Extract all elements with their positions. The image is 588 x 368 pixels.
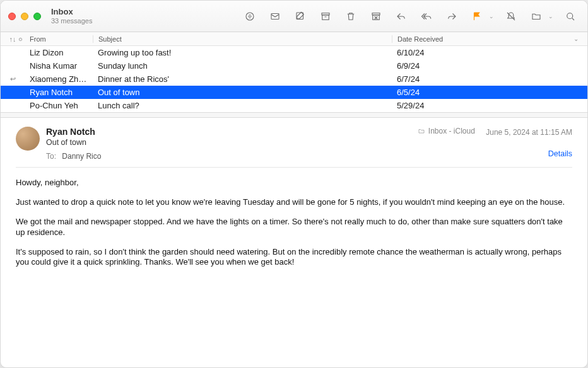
message-detail-pane: Ryan Notch Out of town To: Danny Rico In… xyxy=(1,118,587,367)
body-paragraph: Howdy, neighbor, xyxy=(16,178,572,188)
chevron-down-icon: ⌄ xyxy=(573,35,581,42)
filter-icon xyxy=(244,11,256,22)
message-row[interactable]: Po-Chun YehLunch call?5/29/24 xyxy=(1,99,587,112)
message-row[interactable]: Liz DizonGrowing up too fast!6/10/24 xyxy=(1,46,587,59)
to-label: To: xyxy=(46,152,56,161)
row-from: Xiaomeng Zh… xyxy=(27,74,93,84)
forward-button[interactable] xyxy=(442,8,461,25)
archive-icon xyxy=(320,11,331,22)
row-from: Nisha Kumar xyxy=(27,61,93,71)
folder-icon xyxy=(531,11,542,22)
minimize-window-button[interactable] xyxy=(21,13,28,20)
row-date: 5/29/24 xyxy=(392,101,581,110)
message-row[interactable]: Ryan NotchOut of town6/5/24 xyxy=(1,86,587,99)
junk-button[interactable] xyxy=(367,8,385,25)
move-menu-chevron-icon[interactable]: ⌄ xyxy=(548,13,553,20)
search-icon xyxy=(565,11,576,22)
message-row[interactable]: Nisha KumarSunday lunch6/9/24 xyxy=(1,59,587,72)
search-button[interactable] xyxy=(561,8,580,25)
svg-rect-1 xyxy=(271,13,279,19)
to-line: To: Danny Rico xyxy=(46,152,418,161)
sender-name: Ryan Notch xyxy=(46,127,418,137)
toolbar: Inbox 33 messages xyxy=(1,1,587,32)
junk-icon xyxy=(370,11,382,22)
row-date: 6/7/24 xyxy=(392,74,581,84)
message-timestamp: June 5, 2024 at 11:15 AM xyxy=(486,128,572,137)
mailbox-name: Inbox - iCloud xyxy=(428,127,475,135)
mailbox-subtitle: 33 messages xyxy=(51,17,92,25)
header-divider xyxy=(16,167,572,168)
row-from: Liz Dizon xyxy=(27,48,93,57)
row-date: 6/10/24 xyxy=(392,48,581,57)
bell-off-icon xyxy=(505,11,517,22)
reply-all-button[interactable] xyxy=(417,8,436,25)
status-column-header[interactable]: ○ xyxy=(18,35,27,43)
row-from: Ryan Notch xyxy=(27,88,93,97)
body-paragraph: We got the mail and newspaper stopped. A… xyxy=(16,217,572,238)
column-header-row: ↑↓ ○ From Subject Date Received ⌄ xyxy=(1,32,587,46)
new-message-button[interactable] xyxy=(266,8,285,25)
forward-icon xyxy=(446,11,457,22)
sort-column-button[interactable]: ↑↓ xyxy=(7,35,18,43)
message-body: Howdy, neighbor,Just wanted to drop a qu… xyxy=(16,178,572,268)
body-paragraph: It's supposed to rain, so I don't think … xyxy=(16,247,572,268)
reply-button[interactable] xyxy=(392,8,411,25)
filter-button[interactable] xyxy=(240,8,259,25)
row-subject: Sunday lunch xyxy=(93,61,392,71)
body-paragraph: Just wanted to drop a quick note to let … xyxy=(16,197,572,208)
mailbox-location: Inbox - iCloud xyxy=(418,127,475,135)
flag-menu-chevron-icon[interactable]: ⌄ xyxy=(489,13,494,20)
close-window-button[interactable] xyxy=(8,13,16,20)
date-column-label: Date Received xyxy=(397,35,443,43)
archive-button[interactable] xyxy=(316,8,335,25)
envelope-icon xyxy=(269,11,281,22)
from-column-header[interactable]: From xyxy=(27,35,93,43)
sender-avatar xyxy=(16,127,40,151)
row-subject: Growing up too fast! xyxy=(93,48,392,57)
message-list: Liz DizonGrowing up too fast!6/10/24Nish… xyxy=(1,46,587,112)
message-subject: Out of town xyxy=(46,138,418,147)
subject-column-header[interactable]: Subject xyxy=(93,35,392,43)
svg-rect-4 xyxy=(322,14,329,20)
row-date: 6/5/24 xyxy=(392,88,581,97)
folder-icon xyxy=(418,127,425,135)
row-subject: Out of town xyxy=(93,88,392,97)
trash-icon xyxy=(345,11,356,22)
compose-icon xyxy=(295,11,306,22)
window-controls xyxy=(8,13,41,20)
mute-button[interactable] xyxy=(502,8,520,25)
delete-button[interactable] xyxy=(341,8,360,25)
message-row[interactable]: ↩Xiaomeng Zh…Dinner at the Ricos'6/7/24 xyxy=(1,72,587,86)
row-subject: Dinner at the Ricos' xyxy=(93,74,392,84)
flag-button[interactable] xyxy=(467,8,486,25)
title-block: Inbox 33 messages xyxy=(51,8,92,24)
move-button[interactable] xyxy=(527,8,546,25)
to-name: Danny Rico xyxy=(62,152,101,161)
row-from: Po-Chun Yeh xyxy=(27,101,93,110)
mail-window: Inbox 33 messages xyxy=(0,0,588,368)
zoom-window-button[interactable] xyxy=(33,13,41,20)
row-subject: Lunch call? xyxy=(93,101,392,110)
reply-icon xyxy=(396,11,407,22)
compose-button[interactable] xyxy=(291,8,310,25)
date-column-header[interactable]: Date Received ⌄ xyxy=(392,35,581,43)
flag-icon xyxy=(471,11,483,22)
pane-divider[interactable] xyxy=(1,112,587,118)
row-date: 6/9/24 xyxy=(392,61,581,71)
details-link[interactable]: Details xyxy=(418,149,572,158)
replied-icon: ↩ xyxy=(7,75,18,83)
message-header: Ryan Notch Out of town To: Danny Rico In… xyxy=(16,127,572,161)
mailbox-title: Inbox xyxy=(51,8,92,16)
svg-point-7 xyxy=(567,13,573,18)
reply-all-icon xyxy=(421,11,432,22)
